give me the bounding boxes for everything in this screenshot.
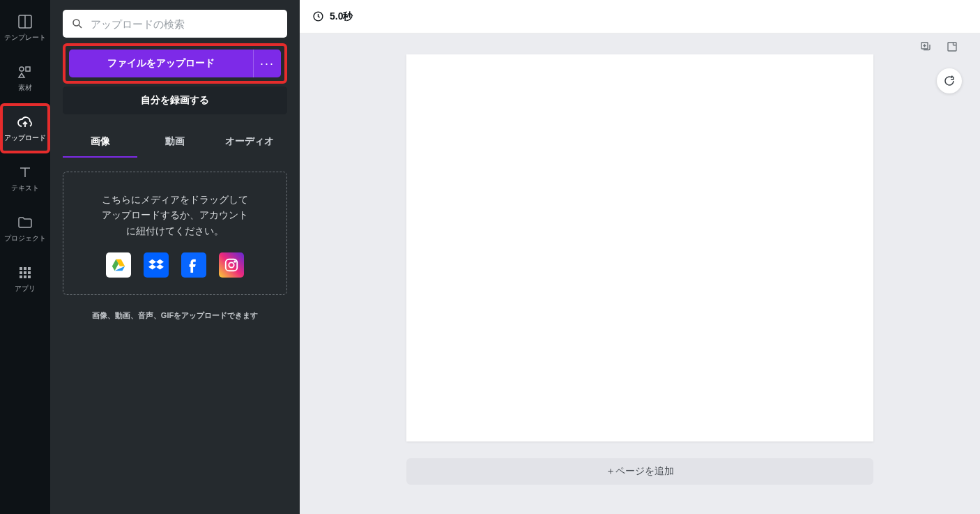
svg-rect-6	[24, 267, 26, 270]
nav-label: 素材	[18, 83, 32, 93]
svg-marker-20	[156, 259, 164, 264]
canvas-page[interactable]	[406, 54, 873, 441]
tab-images[interactable]: 画像	[63, 127, 137, 158]
svg-rect-11	[20, 275, 22, 278]
svg-rect-13	[28, 275, 31, 278]
upload-more-button[interactable]: ···	[253, 50, 281, 77]
instagram-svg	[224, 257, 239, 273]
search-icon	[71, 17, 84, 30]
search-input[interactable]	[91, 18, 279, 30]
tab-videos[interactable]: 動画	[137, 127, 212, 158]
canvas-area: 5.0秒 ＋ページを追加	[300, 0, 980, 514]
nav-text[interactable]: テキスト	[0, 153, 50, 204]
svg-rect-3	[26, 67, 30, 71]
facebook-icon[interactable]	[181, 252, 206, 278]
nav-label: テキスト	[11, 183, 39, 193]
svg-rect-12	[24, 275, 26, 278]
google-drive-icon[interactable]	[106, 252, 131, 278]
shapes-icon	[17, 63, 33, 80]
folder-icon	[17, 214, 33, 231]
nav-label: アップロード	[4, 133, 46, 143]
connect-icons	[77, 252, 273, 278]
drop-text: こちらにメディアをドラッグして アップロードするか、アカウント に紐付けてくださ…	[77, 192, 273, 239]
drop-line: アップロードするか、アカウント	[77, 207, 273, 222]
tab-audio[interactable]: オーディオ	[213, 127, 287, 158]
drop-line: こちらにメディアをドラッグして	[77, 192, 273, 207]
canvas-body: ＋ページを追加	[300, 33, 980, 514]
nav-projects[interactable]: プロジェクト	[0, 204, 50, 254]
record-self-button[interactable]: 自分を録画する	[63, 86, 287, 114]
svg-rect-9	[24, 271, 26, 274]
svg-rect-28	[948, 43, 956, 51]
svg-point-25	[234, 261, 236, 262]
nav-upload[interactable]: アップロード	[0, 103, 50, 153]
template-icon	[17, 13, 33, 30]
nav-apps[interactable]: アプリ	[0, 254, 50, 304]
svg-line-15	[79, 25, 82, 28]
dropbox-icon[interactable]	[144, 252, 169, 278]
nav-strip: テンプレート 素材 アップロード テキスト プロジェクト アプリ	[0, 0, 50, 514]
instagram-icon[interactable]	[219, 252, 244, 278]
cloud-upload-icon	[17, 114, 33, 130]
upload-highlight: ファイルをアップロード ···	[63, 43, 287, 84]
nav-label: アプリ	[15, 284, 36, 294]
drive-svg	[111, 257, 126, 273]
upload-hint: 画像、動画、音声、GIFをアップロードできます	[63, 310, 287, 321]
svg-rect-5	[20, 267, 22, 270]
apps-grid-icon	[17, 264, 33, 281]
nav-template[interactable]: テンプレート	[0, 3, 50, 53]
svg-point-2	[20, 67, 24, 71]
svg-point-14	[73, 20, 79, 26]
svg-marker-4	[19, 73, 24, 77]
svg-point-24	[229, 263, 233, 268]
clock-icon	[312, 10, 324, 22]
drop-zone[interactable]: こちらにメディアをドラッグして アップロードするか、アカウント に紐付けてくださ…	[63, 172, 287, 295]
duplicate-page-icon[interactable]	[917, 38, 934, 55]
add-page-button[interactable]: ＋ページを追加	[406, 458, 873, 485]
svg-marker-19	[148, 259, 156, 264]
media-tabs: 画像 動画 オーディオ	[63, 127, 287, 158]
page-duration[interactable]: 5.0秒	[330, 10, 353, 23]
text-icon	[17, 164, 33, 181]
svg-rect-8	[20, 271, 22, 274]
expand-page-icon[interactable]	[944, 38, 960, 55]
upload-row: ファイルをアップロード ···	[66, 46, 284, 81]
upload-panel: ファイルをアップロード ··· 自分を録画する 画像 動画 オーディオ こちらに…	[50, 0, 300, 514]
svg-marker-22	[156, 264, 164, 269]
search-wrap	[63, 10, 287, 38]
drop-line: に紐付けてください。	[77, 223, 273, 239]
facebook-svg	[186, 257, 201, 273]
upload-file-button[interactable]: ファイルをアップロード	[69, 50, 253, 77]
canvas-toolbar: 5.0秒	[300, 0, 980, 33]
nav-label: プロジェクト	[4, 234, 46, 243]
dropbox-svg	[148, 257, 164, 273]
page-action-icons	[917, 38, 960, 55]
refresh-plus-icon	[943, 75, 956, 87]
regenerate-fab[interactable]	[937, 68, 962, 93]
svg-rect-10	[28, 271, 31, 274]
nav-elements[interactable]: 素材	[0, 53, 50, 103]
svg-marker-21	[148, 264, 156, 269]
svg-rect-7	[28, 267, 31, 270]
nav-label: テンプレート	[4, 33, 46, 43]
